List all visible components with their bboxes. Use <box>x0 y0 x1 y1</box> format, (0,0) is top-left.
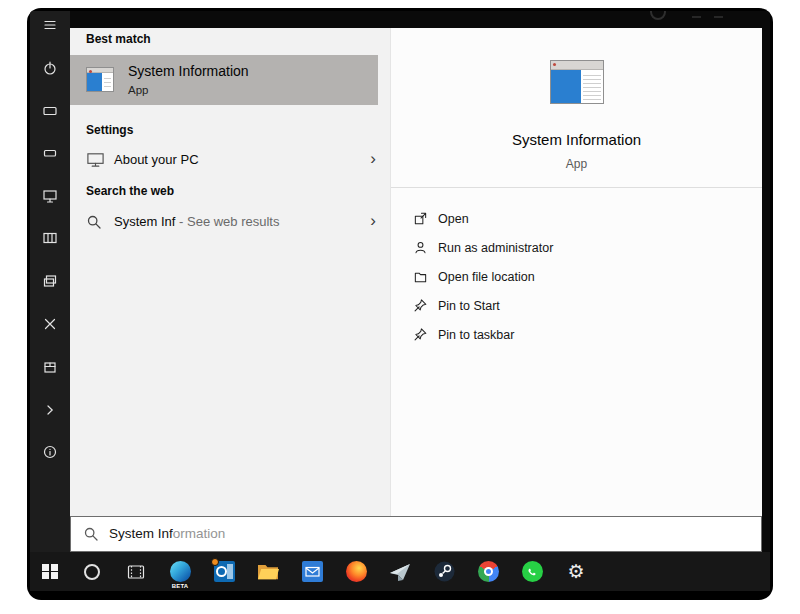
cortana-ring-icon <box>84 564 100 580</box>
mail-tile-icon <box>302 561 323 582</box>
background-window-dash <box>692 16 701 18</box>
edge-beta-badge: BETA <box>171 583 190 590</box>
task-grid-icon <box>42 230 58 246</box>
preview-title: System Information <box>391 131 762 148</box>
taskbar-cortana-button[interactable] <box>70 552 114 591</box>
background-window-ring <box>650 11 666 20</box>
web-search-result[interactable]: System Inf - See web results › <box>70 204 390 240</box>
action-run-as-administrator[interactable]: Run as administrator <box>391 233 762 262</box>
outlook-icon <box>214 561 235 582</box>
pink-circle-app-icon <box>346 561 367 582</box>
best-match-type: App <box>128 84 148 96</box>
task-view-icon <box>126 562 146 582</box>
rail-button-windows[interactable] <box>30 268 70 294</box>
monitor-frame: Best match System Information App Settin… <box>27 8 773 600</box>
close-x-icon <box>42 316 58 332</box>
steam-icon <box>434 561 455 582</box>
web-section-label: Search the web <box>86 184 174 198</box>
taskbar-color-wheel-app-button[interactable] <box>466 552 510 591</box>
hamburger-menu-icon <box>42 17 58 33</box>
screen: Best match System Information App Settin… <box>30 11 770 591</box>
pin-to-start-icon <box>413 298 428 313</box>
package-box-icon <box>42 359 58 375</box>
preview-panel: System Information App Open Run as admin… <box>390 28 762 516</box>
device-monitor-icon <box>42 188 58 204</box>
web-query-text: System Inf <box>114 214 175 229</box>
rail-button-small-card[interactable] <box>30 140 70 166</box>
preview-type: App <box>391 157 762 171</box>
rail-button-close[interactable] <box>30 311 70 337</box>
file-explorer-icon <box>257 562 279 581</box>
chevron-right-icon: › <box>370 204 376 238</box>
taskbar-outlook-button[interactable] <box>202 552 246 591</box>
background-window-dash <box>714 16 723 18</box>
action-open-label: Open <box>438 212 469 226</box>
taskbar: BETA <box>30 552 770 591</box>
taskbar-file-explorer-button[interactable] <box>246 552 290 591</box>
info-circle-icon <box>42 444 58 460</box>
settings-gear-icon: ⚙ <box>567 562 584 581</box>
paper-plane-app-icon <box>389 562 411 582</box>
best-match-label: Best match <box>86 32 151 46</box>
windows-start-icon <box>42 564 58 580</box>
search-input[interactable]: System Information <box>70 516 762 552</box>
taskbar-start-button[interactable] <box>30 552 70 591</box>
preview-divider <box>391 187 762 188</box>
web-hint-text: - See web results <box>175 214 279 229</box>
best-match-result[interactable]: System Information App <box>70 55 378 105</box>
search-icon <box>83 526 99 542</box>
taskbar-edge-beta-button[interactable]: BETA <box>158 552 202 591</box>
chevron-right-icon: › <box>370 142 376 176</box>
context-actions: Open Run as administrator Open file loca… <box>391 204 762 349</box>
rail-button-power[interactable] <box>30 55 70 81</box>
search-results-panel: Best match System Information App Settin… <box>70 28 390 516</box>
media-card-icon <box>42 103 58 119</box>
taskbar-mail-button[interactable] <box>290 552 334 591</box>
rail-button-media-card[interactable] <box>30 98 70 124</box>
search-input-text: System Information <box>109 517 225 551</box>
taskbar-task-view-button[interactable] <box>114 552 158 591</box>
pc-monitor-icon <box>86 151 105 170</box>
search-typed-text: System Inf <box>109 526 173 541</box>
run-as-administrator-icon <box>413 240 428 255</box>
system-information-app-icon-large <box>550 60 604 104</box>
action-pin-to-start[interactable]: Pin to Start <box>391 291 762 320</box>
notification-dot <box>211 558 219 566</box>
small-card-icon <box>42 145 58 161</box>
action-open-file-location[interactable]: Open file location <box>391 262 762 291</box>
settings-result-label: About your PC <box>114 142 199 178</box>
chevron-right-icon <box>42 402 58 418</box>
action-pin-to-start-label: Pin to Start <box>438 299 500 313</box>
taskbar-whatsapp-button[interactable] <box>510 552 554 591</box>
action-run-as-administrator-label: Run as administrator <box>438 241 553 255</box>
taskbar-steam-button[interactable] <box>422 552 466 591</box>
power-icon <box>42 60 58 76</box>
settings-result-about-your-pc[interactable]: About your PC › <box>70 142 390 178</box>
taskbar-settings-button[interactable]: ⚙ <box>554 552 598 591</box>
whatsapp-icon <box>522 561 543 582</box>
open-icon <box>413 211 428 226</box>
action-pin-to-taskbar[interactable]: Pin to taskbar <box>391 320 762 349</box>
rail-button-info[interactable] <box>30 439 70 465</box>
web-search-result-label: System Inf - See web results <box>114 204 279 240</box>
search-completion-text: ormation <box>173 526 226 541</box>
rail-button-hamburger[interactable] <box>30 12 70 38</box>
rail-button-chevron[interactable] <box>30 397 70 423</box>
best-match-title: System Information <box>128 63 249 79</box>
taskbar-paper-plane-app-button[interactable] <box>378 552 422 591</box>
system-information-app-icon <box>86 67 114 92</box>
color-wheel-app-icon <box>478 561 499 582</box>
open-file-location-icon <box>413 269 428 284</box>
rail-button-package[interactable] <box>30 354 70 380</box>
taskbar-pink-app-button[interactable] <box>334 552 378 591</box>
rail-button-task-grid[interactable] <box>30 225 70 251</box>
search-icon <box>86 214 102 230</box>
settings-section-label: Settings <box>86 123 133 137</box>
action-open-file-location-label: Open file location <box>438 270 535 284</box>
action-pin-to-taskbar-label: Pin to taskbar <box>438 328 514 342</box>
start-menu-rail <box>30 11 70 552</box>
action-open[interactable]: Open <box>391 204 762 233</box>
edge-browser-icon <box>170 561 191 582</box>
rail-button-device[interactable] <box>30 183 70 209</box>
pin-to-taskbar-icon <box>413 327 428 342</box>
